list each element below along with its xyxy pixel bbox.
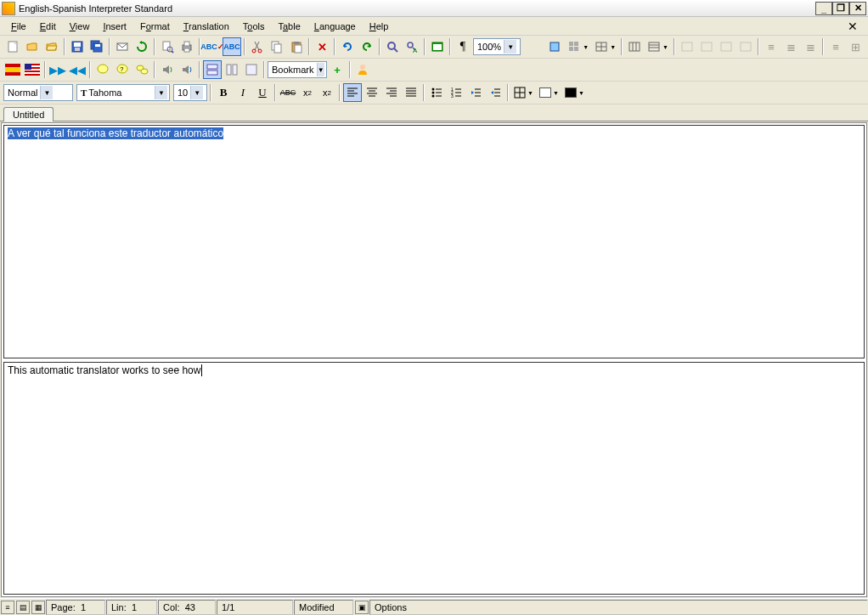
menu-insert[interactable]: Insert [97, 20, 132, 33]
menu-format[interactable]: Format [134, 20, 176, 33]
cut-icon[interactable] [248, 37, 267, 56]
menu-language[interactable]: Language [308, 20, 362, 33]
tool-b-icon[interactable]: ▼ [565, 37, 591, 56]
user-icon[interactable] [353, 60, 372, 79]
menu-edit[interactable]: Edit [34, 20, 62, 33]
speak-2-icon[interactable] [178, 60, 196, 79]
underline-button[interactable]: U [253, 83, 272, 102]
layout-split-v-icon[interactable] [223, 60, 241, 79]
menu-tools[interactable]: Tools [237, 20, 271, 33]
mail-icon[interactable] [113, 37, 132, 56]
svg-rect-61 [246, 65, 256, 75]
bullets-icon[interactable] [427, 83, 446, 102]
italic-button[interactable]: I [234, 83, 252, 102]
tab-strip: Untitled [0, 104, 868, 121]
menu-help[interactable]: Help [364, 20, 395, 33]
grid-1-icon[interactable] [625, 37, 644, 56]
bookmark-combo[interactable]: Bookmark ▼ [268, 61, 327, 78]
paragraph-icon[interactable]: ¶ [454, 37, 472, 56]
zoom-combo[interactable]: 100% ▼ [473, 38, 521, 55]
status-bar: ≡ ▤ ▦ Page: 1 Lin: 1 Col: 43 1/1 Modifie… [0, 598, 868, 615]
balloon-1-icon[interactable] [93, 60, 112, 79]
title-bar: English-Spanish Interpreter Standard _ ❐… [0, 0, 868, 17]
balloon-2-icon[interactable]: ? [113, 60, 132, 79]
document-tab[interactable]: Untitled [3, 107, 54, 121]
numbering-icon[interactable]: 123 [447, 83, 465, 102]
open-file-icon[interactable] [23, 37, 42, 56]
svg-text:A: A [413, 47, 418, 54]
spellcheck-icon[interactable]: ABC✓ [203, 37, 222, 56]
style-combo[interactable]: Normal ▼ [3, 84, 73, 101]
svg-rect-31 [574, 47, 578, 51]
align-right-icon[interactable] [382, 83, 401, 102]
bold-button[interactable]: B [214, 83, 233, 102]
menu-table[interactable]: Table [272, 20, 306, 33]
status-view-3-icon[interactable]: ▦ [31, 601, 45, 614]
menu-view[interactable]: View [64, 20, 96, 33]
border-button[interactable]: ▼ [511, 83, 536, 102]
svg-rect-3 [75, 48, 80, 51]
copy-icon[interactable] [268, 37, 286, 56]
svg-point-83 [432, 95, 435, 98]
strikethrough-button[interactable]: ABC [279, 83, 297, 102]
indent-icon[interactable] [486, 83, 504, 102]
spellcheck-auto-icon[interactable]: ABC [223, 37, 241, 56]
play-forward-icon[interactable]: ▶▶ [48, 60, 67, 79]
svg-rect-12 [184, 42, 189, 46]
undo-icon[interactable] [338, 37, 357, 56]
menu-translation[interactable]: Translation [178, 20, 235, 33]
align-justify-icon[interactable] [402, 83, 420, 102]
redo-icon[interactable] [358, 37, 376, 56]
maximize-button[interactable]: ❐ [832, 2, 849, 15]
balloon-3-icon[interactable] [132, 60, 151, 79]
style-value: Normal [8, 87, 37, 98]
paste-icon[interactable] [287, 37, 306, 56]
source-pane[interactable]: A ver qué tal funciona este traductor au… [3, 125, 865, 358]
delete-icon[interactable]: ✕ [313, 37, 331, 56]
misc-d2-icon: ⊞ [846, 37, 865, 56]
refresh-icon[interactable] [132, 37, 151, 56]
menu-file[interactable]: File [5, 20, 32, 33]
flag-usa-icon[interactable] [23, 60, 42, 79]
status-page: Page: 1 [46, 600, 105, 615]
web-icon[interactable] [428, 37, 447, 56]
size-value: 10 [178, 87, 188, 98]
layout-single-icon[interactable] [242, 60, 261, 79]
grid-2-icon[interactable]: ▼ [645, 37, 671, 56]
print-preview-icon[interactable] [158, 37, 177, 56]
flag-spain-icon[interactable] [3, 60, 22, 79]
svg-point-81 [432, 92, 435, 94]
find-icon[interactable] [383, 37, 402, 56]
layout-split-h-icon[interactable] [203, 60, 222, 79]
menu-close-button[interactable]: ✕ [843, 20, 863, 33]
subscript-button[interactable]: x2 [298, 83, 317, 102]
status-options-icon[interactable]: ▣ [355, 601, 369, 614]
target-pane[interactable]: This automatic translator works to see h… [3, 362, 865, 595]
minimize-button[interactable]: _ [815, 2, 832, 15]
font-combo[interactable]: T Tahoma ▼ [76, 84, 170, 101]
status-view-2-icon[interactable]: ▤ [16, 601, 30, 614]
find-replace-icon[interactable]: A [403, 37, 421, 56]
new-file-icon[interactable] [3, 37, 22, 56]
folder-open-icon[interactable] [42, 37, 61, 56]
size-combo[interactable]: 10 ▼ [173, 84, 207, 101]
font-color-button[interactable]: ▼ [562, 83, 587, 102]
tool-a-icon[interactable] [545, 37, 564, 56]
speak-1-icon[interactable] [158, 60, 177, 79]
play-back-icon[interactable]: ◀◀ [68, 60, 87, 79]
close-button[interactable]: ✕ [849, 2, 866, 15]
print-icon[interactable] [178, 37, 196, 56]
toolbar-standard: ABC✓ ABC ✕ A ¶ 100% ▼ ▼ ▼ ▼ ≡ ≣ ≣ ≡ ⊞ [0, 36, 868, 59]
align-left-icon[interactable] [343, 83, 362, 102]
highlight-color-button[interactable]: ▼ [537, 83, 561, 102]
align-center-icon[interactable] [363, 83, 381, 102]
save-all-icon[interactable] [87, 37, 106, 56]
bookmark-add-icon[interactable]: + [328, 60, 347, 79]
status-view-1-icon[interactable]: ≡ [1, 601, 14, 614]
status-options[interactable]: Options [369, 600, 867, 615]
save-icon[interactable] [68, 37, 87, 56]
black-swatch-icon [565, 87, 577, 98]
outdent-icon[interactable] [466, 83, 485, 102]
superscript-button[interactable]: x2 [318, 83, 336, 102]
tool-c-icon[interactable]: ▼ [592, 37, 618, 56]
